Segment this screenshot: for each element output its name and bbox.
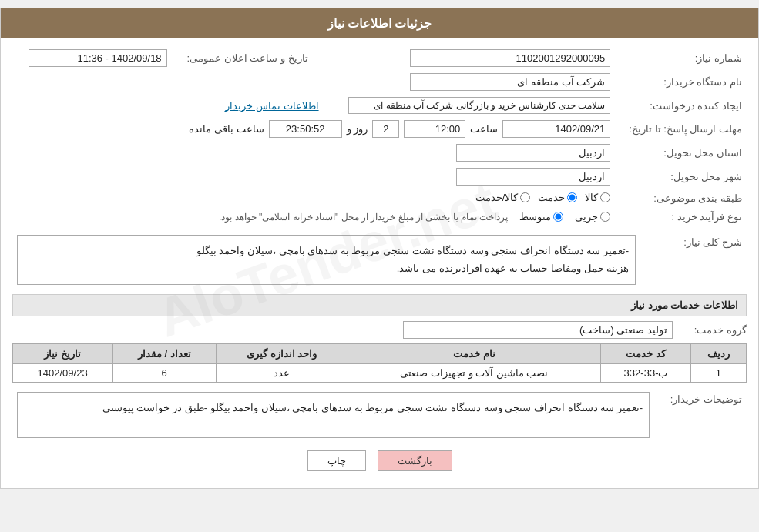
ostan-value: اردبیل (456, 144, 610, 162)
radio-jozii[interactable]: جزیی (575, 211, 610, 223)
mohlet-label: مهلت ارسال پاسخ: تا تاریخ: (615, 117, 747, 141)
buttons-row: بازگشت چاپ (12, 450, 747, 471)
cell-radif: 1 (690, 363, 746, 382)
goroh-label: گروه خدمت: (677, 324, 747, 336)
col-kod: کد خدمت (601, 343, 690, 363)
nooe-farayand-label: نوع فرآیند خرید : (615, 208, 747, 226)
description-label: توضیحات خریدار: (654, 389, 747, 441)
mohlet-date: 1402/09/21 (502, 120, 610, 138)
cell-tarikh: 1402/09/23 (13, 363, 113, 382)
cell-vahed: عدد (217, 363, 348, 382)
sharh-label: شرح کلی نیاز: (640, 232, 747, 288)
sharh-table: شرح کلی نیاز: AloTender.net -تعمیر سه دس… (12, 232, 747, 288)
sharh-text: -تعمیر سه دستگاه انحراف سنجی وسه دستگاه … (196, 245, 630, 274)
tabaqe-label: طبقه بندی موضوعی: (615, 189, 747, 208)
services-table: ردیف کد خدمت نام خدمت واحد اندازه گیری ت… (12, 343, 747, 383)
radio-kala-khedmat[interactable]: کالا/خدمت (475, 192, 531, 203)
col-tarikh: تاریخ نیاز (13, 343, 113, 363)
cell-name: نصب ماشین آلات و تجهیزات صنعتی (348, 363, 601, 382)
mohlet-time-label: ساعت (470, 123, 498, 135)
cell-kod: ب-33-332 (601, 363, 690, 382)
table-row: 1ب-33-332نصب ماشین آلات و تجهیزات صنعتیع… (13, 363, 747, 382)
col-vahed: واحد اندازه گیری (217, 343, 348, 363)
description-box: -تعمیر سه دستگاه انحراف سنجی وسه دستگاه … (17, 392, 650, 438)
tabaqe-radio-group: کالا خدمت کالا/خدمت (475, 192, 611, 203)
sharh-box: AloTender.net -تعمیر سه دستگاه انحراف سن… (17, 235, 636, 285)
shahr-value: اردبیل (456, 168, 610, 186)
mohlet-remain: 23:50:52 (269, 120, 342, 138)
main-info-table: شماره نیاز: 1102001292000095 تاریخ و ساع… (12, 46, 747, 226)
col-radif: ردیف (690, 343, 746, 363)
ostan-label: استان محل تحویل: (615, 141, 747, 165)
radio-kala[interactable]: کالا (585, 192, 610, 203)
page-header: جزئیات اطلاعات نیاز (1, 8, 758, 38)
radio-khedmat[interactable]: خدمت (538, 192, 577, 203)
mohlet-day: 2 (372, 120, 399, 138)
tarikh-label: تاریخ و ساعت اعلان عمومی: (172, 46, 324, 70)
mohlet-time: 12:00 (404, 120, 465, 138)
col-tedad: تعداد / مقدار (113, 343, 217, 363)
page-title: جزئیات اطلاعات نیاز (327, 17, 432, 30)
nooe-description: پرداخت تمام یا بخشی از مبلغ خریدار از مح… (219, 212, 508, 223)
description-table: توضیحات خریدار: -تعمیر سه دستگاه انحراف … (12, 389, 747, 441)
tarikh-value: 1402/09/18 - 11:36 (29, 49, 167, 67)
ijad-konande-label: ایجاد کننده درخواست: (615, 94, 747, 117)
mohlet-remain-label: ساعت باقی مانده (189, 123, 264, 135)
mohlet-day-label: روز و (347, 123, 368, 135)
shomara-niaz-label: شماره نیاز: (615, 46, 747, 70)
name-dastgah-value: شرکت آب منطقه ای (410, 73, 610, 91)
print-button[interactable]: چاپ (307, 450, 366, 471)
back-button[interactable]: بازگشت (378, 450, 452, 471)
shahr-label: شهر محل تحویل: (615, 165, 747, 189)
name-dastgah-label: نام دستگاه خریدار: (615, 70, 747, 94)
radio-motavasset[interactable]: متوسط (519, 211, 563, 223)
ijad-konande-link[interactable]: اطلاعات تماس خریدار (225, 100, 318, 112)
khadamat-title: اطلاعات خدمات مورد نیاز (12, 294, 747, 316)
cell-tedad: 6 (113, 363, 217, 382)
description-text: -تعمیر سه دستگاه انحراف سنجی وسه دستگاه … (102, 402, 643, 413)
goroh-row: گروه خدمت: تولید صنعتی (ساخت) (12, 321, 747, 339)
goroh-value: تولید صنعتی (ساخت) (403, 321, 673, 339)
col-name: نام خدمت (348, 343, 601, 363)
ijad-konande-value: سلامت جدی کارشناس خرید و بازرگانی شرکت آ… (348, 97, 610, 114)
shomara-niaz-value: 1102001292000095 (410, 49, 610, 67)
